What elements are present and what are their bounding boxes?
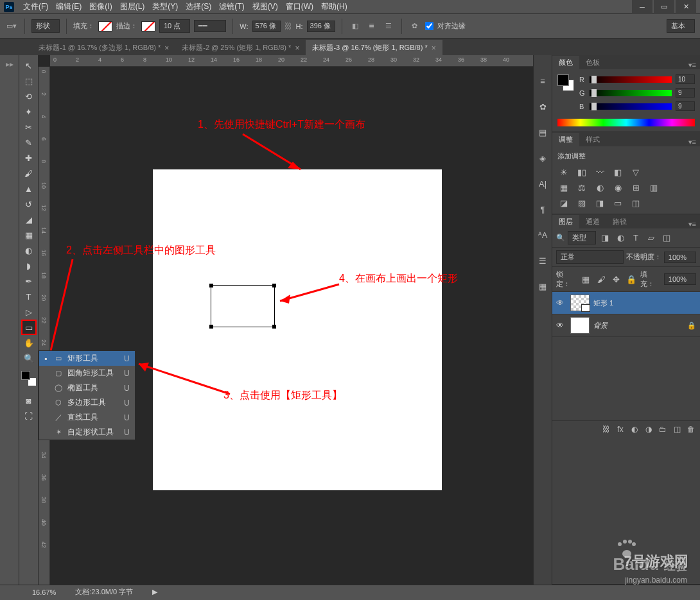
b-slider[interactable] — [590, 103, 672, 110]
layer-thumb[interactable] — [570, 295, 590, 311]
fill-swatch[interactable] — [98, 21, 112, 31]
path-ops-icon[interactable]: ◧ — [349, 20, 362, 33]
posterize-icon[interactable]: ▨ — [575, 197, 588, 209]
maximize-button[interactable]: ▭ — [654, 0, 674, 14]
close-icon[interactable]: × — [164, 44, 169, 53]
layer-name[interactable]: 矩形 1 — [593, 298, 613, 308]
layer-filter-dropdown[interactable]: 类型 — [568, 231, 596, 244]
menu-type[interactable]: 类型(Y) — [148, 1, 182, 12]
properties-icon[interactable]: ✿ — [536, 100, 549, 113]
workspace-dropdown[interactable]: 基本 — [667, 19, 695, 33]
menu-layer[interactable]: 图层(L) — [116, 1, 149, 12]
menu-window[interactable]: 窗口(W) — [282, 1, 317, 12]
close-icon[interactable]: × — [432, 44, 436, 53]
flyout-polygon[interactable]: ⬡ 多边形工具 U — [39, 395, 135, 410]
close-icon[interactable]: × — [295, 44, 299, 53]
eraser-tool[interactable]: ◢ — [21, 212, 37, 227]
stroke-swatch[interactable] — [141, 21, 155, 31]
curves-icon[interactable]: 〰 — [593, 166, 606, 178]
wand-tool[interactable]: ✦ — [21, 104, 37, 119]
eyedropper-tool[interactable]: ✎ — [21, 135, 37, 150]
clone-icon[interactable]: ◈ — [536, 151, 549, 164]
threshold-icon[interactable]: ◨ — [593, 197, 606, 209]
bw-icon[interactable]: ◐ — [593, 182, 606, 193]
layer-name[interactable]: 背景 — [593, 321, 608, 330]
menu-help[interactable]: 帮助(H) — [317, 1, 351, 12]
flyout-ellipse[interactable]: ◯ 椭圆工具 U — [39, 381, 135, 395]
doc-tab-1[interactable]: 未标题-1 @ 16.7% (多边形 1, RGB/8) * × — [32, 40, 175, 55]
align-edges-checkbox[interactable] — [425, 22, 433, 30]
tab-layers[interactable]: 图层 — [552, 215, 579, 228]
menu-filter[interactable]: 滤镜(T) — [215, 1, 248, 12]
para-style-icon[interactable]: ☰ — [536, 254, 549, 267]
tool-preset-icon[interactable]: ▭▾ — [5, 20, 18, 33]
trash-icon[interactable]: 🗑 — [685, 424, 697, 435]
exposure-icon[interactable]: ◧ — [611, 166, 624, 178]
balance-icon[interactable]: ⚖ — [575, 182, 588, 193]
tab-channels[interactable]: 通道 — [579, 215, 606, 228]
layer-row[interactable]: 👁 背景 🔒 — [552, 314, 700, 337]
invert-icon[interactable]: ◪ — [557, 197, 570, 209]
dodge-tool[interactable]: ◗ — [21, 258, 37, 273]
marquee-tool[interactable]: ⬚ — [21, 73, 37, 89]
history-brush-tool[interactable]: ↺ — [21, 196, 37, 212]
selective-icon[interactable]: ◫ — [629, 197, 642, 209]
brush-tool[interactable]: 🖌 — [21, 166, 37, 181]
stamp-tool[interactable]: ▲ — [21, 181, 37, 196]
flyout-rectangle[interactable]: ▪ ▭ 矩形工具 U — [39, 351, 135, 366]
group-icon[interactable]: 🗀 — [656, 424, 669, 435]
menu-edit[interactable]: 编辑(E) — [52, 1, 85, 12]
lock-trans-icon[interactable]: ▦ — [580, 273, 593, 285]
visibility-icon[interactable]: 👁 — [556, 298, 566, 307]
fx-icon[interactable]: fx — [614, 424, 627, 435]
doc-info[interactable]: 文档:23.0M/0 字节 — [75, 587, 133, 597]
flyout-line[interactable]: ／ 直线工具 U — [39, 410, 135, 425]
link-wh-icon[interactable]: ⛓ — [284, 22, 292, 31]
brush-panel-icon[interactable]: ▤ — [536, 126, 549, 139]
tab-swatches[interactable]: 色板 — [579, 56, 606, 69]
mask-icon[interactable]: ◐ — [628, 424, 641, 435]
lasso-tool[interactable]: ⟲ — [21, 89, 37, 104]
align-icon[interactable]: ≣ — [365, 20, 378, 33]
zoom-level[interactable]: 16.67% — [32, 588, 56, 596]
tab-paths[interactable]: 路径 — [606, 215, 633, 228]
b-input[interactable] — [676, 101, 695, 111]
heal-tool[interactable]: ✚ — [21, 150, 37, 166]
gear-icon[interactable]: ✿ — [408, 20, 421, 33]
stroke-style-dropdown[interactable]: ━━ — [194, 20, 226, 32]
layer-row[interactable]: 👁 矩形 1 — [552, 292, 700, 314]
history-icon[interactable]: ≡ — [536, 74, 549, 87]
hand-tool[interactable]: ✋ — [21, 335, 37, 350]
menu-select[interactable]: 选择(S) — [182, 1, 215, 12]
brightness-icon[interactable]: ☀ — [557, 166, 570, 178]
tab-adjustments[interactable]: 调整 — [552, 133, 579, 146]
photo-filter-icon[interactable]: ◉ — [611, 182, 624, 193]
pen-tool[interactable]: ✒ — [21, 273, 37, 289]
expand-icon[interactable]: ▸▸ — [3, 58, 16, 71]
height-input[interactable] — [307, 21, 335, 32]
filter-adj-icon[interactable]: ◐ — [614, 232, 627, 244]
crop-tool[interactable]: ✂ — [21, 119, 37, 135]
canvas-area[interactable]: 1、先使用快捷键Ctrl+T新建一个画布 2、点击左侧工具栏中的图形工具 3、点… — [50, 67, 533, 585]
mixer-icon[interactable]: ⊞ — [629, 182, 642, 193]
arrange-icon[interactable]: ☰ — [382, 20, 395, 33]
panel-menu-icon[interactable]: ▾≡ — [685, 138, 700, 146]
filter-shape-icon[interactable]: ▱ — [645, 232, 658, 244]
menu-view[interactable]: 视图(V) — [249, 1, 282, 12]
link-layers-icon[interactable]: ⛓ — [600, 424, 613, 435]
vibrance-icon[interactable]: ▽ — [629, 166, 642, 178]
filter-smart-icon[interactable]: ◫ — [660, 232, 673, 244]
lock-pos-icon[interactable]: ✥ — [610, 273, 623, 285]
stroke-width-dropdown[interactable]: 10 点 — [159, 19, 190, 33]
blend-mode-dropdown[interactable]: 正常 — [556, 250, 624, 264]
char-style-icon[interactable]: ᴬA — [536, 228, 549, 241]
menu-file[interactable]: 文件(F) — [19, 1, 52, 12]
panel-menu-icon[interactable]: ▾≡ — [685, 61, 700, 69]
adj-layer-icon[interactable]: ◑ — [642, 424, 655, 435]
r-input[interactable] — [676, 74, 695, 84]
g-slider[interactable] — [590, 90, 672, 96]
tab-color[interactable]: 颜色 — [552, 56, 579, 69]
tab-styles[interactable]: 样式 — [579, 133, 606, 146]
para-icon[interactable]: ¶ — [536, 203, 549, 216]
lock-icon[interactable]: 🔒 — [687, 321, 696, 330]
